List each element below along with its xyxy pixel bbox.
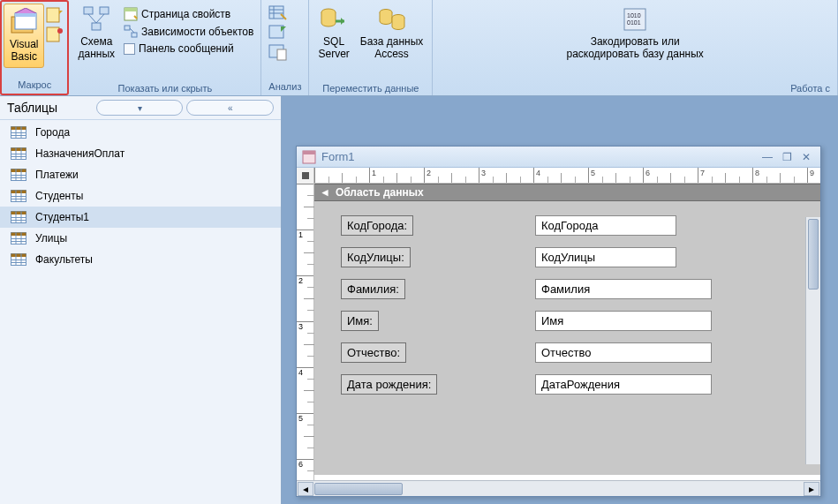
svg-text:1010: 1010 [627,12,641,19]
label-imya[interactable]: Имя: [341,311,379,331]
schema-data-button[interactable]: Схема данных [72,2,120,64]
nav-item-label: Факультеты [35,253,93,266]
nav-list: Города НазначенияОплат Платежи Студенты … [0,120,281,272]
scroll-left-button[interactable]: ◂ [298,482,313,496]
analysis-group-label: Анализ [268,79,301,94]
move-data-group-label: Переместить данные [313,81,428,95]
collapse-chevron-icon[interactable]: « [186,100,274,116]
macro-run-icon[interactable] [46,7,64,23]
message-panel-button[interactable]: Панель сообщений [120,41,257,56]
minimize-button[interactable]: — [759,150,776,164]
form-canvas[interactable]: ◄ Область данных КодГорода: КодГорода Ко… [314,184,820,480]
label-familiya[interactable]: Фамилия: [341,279,405,299]
encode-label: Закодировать или раскодировать базу данн… [566,35,703,61]
nav-item-ulitsy[interactable]: Улицы [0,228,281,249]
ribbon: Visual Basic Макрос Схема данных [0,0,838,96]
textbox-imya[interactable]: Имя [535,311,712,331]
nav-item-platezhi[interactable]: Платежи [0,164,281,185]
dropdown-chevron-icon[interactable]: ▾ [96,100,184,116]
svg-point-5 [57,28,63,34]
svg-text:0101: 0101 [627,19,641,26]
documenter-icon[interactable] [268,44,288,62]
table-icon [11,147,26,160]
horizontal-scrollbar[interactable]: ◂ ▸ [297,480,820,496]
scroll-right-button[interactable]: ▸ [804,482,819,496]
show-hide-group-label: Показать или скрыть [72,81,257,95]
object-deps-label: Зависимости объектов [141,26,253,38]
nav-title: Таблицы [7,101,93,115]
vertical-scrollbar[interactable] [805,217,820,464]
svg-rect-30 [11,191,26,194]
vertical-ruler: 1234567 [297,184,314,480]
analyze-perf-icon[interactable] [268,25,288,42]
property-sheet-icon [124,7,138,21]
table-icon [11,211,26,223]
svg-rect-8 [92,23,101,30]
form-designer-window: Form1 — ❐ ✕ 123456789 1234567 ◄ Область … [296,146,821,497]
form-icon [302,150,316,164]
ribbon-group-analysis: Анализ [261,0,309,95]
access-db-icon [378,5,406,34]
svg-rect-36 [11,254,26,258]
table-icon [11,126,26,139]
textbox-otchestvo[interactable]: Отчество [535,342,712,363]
nav-item-fakultety[interactable]: Факультеты [0,249,281,270]
svg-rect-32 [11,212,26,215]
checkbox-icon [124,43,135,55]
svg-rect-34 [11,233,26,237]
svg-rect-2 [15,13,36,17]
svg-rect-10 [125,8,137,11]
svg-rect-28 [11,169,26,173]
select-all-box[interactable] [297,168,314,184]
label-kodulitsy[interactable]: КодУлицы: [341,247,411,267]
detail-section-header[interactable]: ◄ Область данных [314,184,820,201]
svg-rect-26 [11,148,26,152]
textbox-data-rozhdeniya[interactable]: ДатаРождения [535,374,712,395]
relationships-icon [82,5,110,34]
form-title-bar[interactable]: Form1 — ❐ ✕ [297,147,820,168]
textbox-familiya[interactable]: Фамилия [535,279,712,299]
close-button[interactable]: ✕ [797,150,815,164]
svg-rect-13 [269,6,283,19]
ribbon-group-show-hide: Схема данных Страница свойств Зависимост… [69,0,261,95]
svg-rect-6 [84,7,93,14]
sql-server-icon [320,5,348,34]
nav-item-label: НазначенияОплат [35,147,125,160]
ribbon-group-move-data: SQL Server База данных Access Переместит… [309,0,433,95]
analyze-table-icon[interactable] [268,5,288,23]
svg-rect-7 [100,7,109,14]
svg-rect-11 [125,26,130,30]
label-otchestvo[interactable]: Отчество: [341,342,406,363]
encode-db-button[interactable]: 10100101 Закодировать или раскодировать … [561,2,708,64]
label-data-rozhdeniya[interactable]: Дата рождения: [341,374,437,395]
main-area: Таблицы ▾ « Города НазначенияОплат Плате… [0,96,838,504]
nav-item-studenty1[interactable]: Студенты1 [0,207,281,228]
property-page-button[interactable]: Страница свойств [120,5,257,23]
table-icon [11,190,26,202]
label-kodgoroda[interactable]: КодГорода: [341,215,413,236]
vb-icon [10,8,38,36]
nav-item-studenty[interactable]: Студенты [0,185,281,207]
svg-rect-16 [277,49,286,60]
section-arrow-icon: ◄ [320,186,330,199]
textbox-kodgoroda[interactable]: КодГорода [535,215,676,236]
nav-item-label: Студенты1 [35,211,89,223]
nav-item-naznacheniya[interactable]: НазначенияОплат [0,143,281,164]
restore-button[interactable]: ❐ [778,150,796,164]
object-deps-button[interactable]: Зависимости объектов [120,23,257,41]
ribbon-group-macro: Visual Basic Макрос [0,0,69,95]
visual-basic-button[interactable]: Visual Basic [4,4,44,68]
nav-item-label: Студенты [35,190,83,202]
macro-step-icon[interactable] [46,26,64,42]
access-db-button[interactable]: База данных Access [355,2,428,64]
db-tools-group-label: Работа с [436,81,834,95]
sql-server-button[interactable]: SQL Server [313,2,354,64]
nav-item-goroda[interactable]: Города [0,122,281,143]
svg-rect-4 [47,27,59,41]
svg-rect-24 [11,127,26,131]
detail-section[interactable]: КодГорода: КодГорода КодУлицы: КодУлицы … [314,201,820,475]
textbox-kodulitsy[interactable]: КодУлицы [535,247,676,267]
nav-header[interactable]: Таблицы ▾ « [0,96,281,120]
svg-rect-12 [132,33,137,37]
workspace: Form1 — ❐ ✕ 123456789 1234567 ◄ Область … [282,96,838,504]
